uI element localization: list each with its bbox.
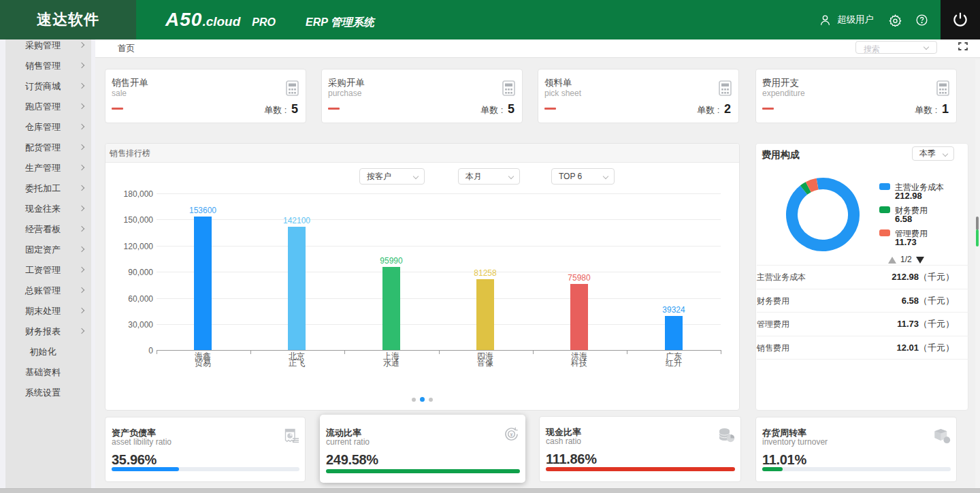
svg-text:¥: ¥: [510, 432, 513, 437]
